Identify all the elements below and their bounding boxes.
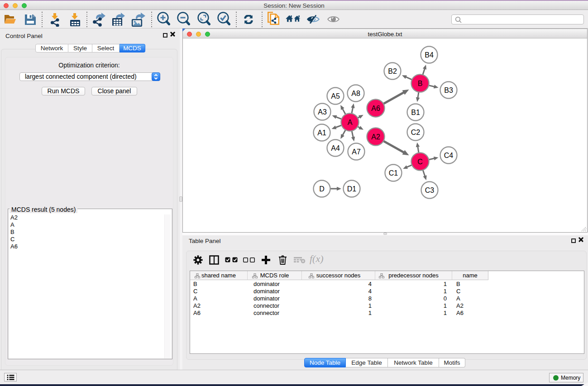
svg-text:A: A: [348, 119, 353, 126]
svg-text:C2: C2: [411, 129, 421, 136]
svg-text:A5: A5: [331, 92, 340, 100]
svg-text:A8: A8: [351, 90, 360, 97]
svg-text:B3: B3: [444, 86, 453, 94]
svg-text:C4: C4: [444, 152, 454, 159]
svg-text:A2: A2: [371, 133, 380, 141]
svg-text:D: D: [319, 185, 325, 193]
svg-text:C: C: [417, 158, 423, 166]
svg-text:D1: D1: [347, 185, 357, 193]
svg-text:B4: B4: [425, 51, 434, 59]
svg-text:B: B: [418, 80, 423, 87]
svg-text:B2: B2: [388, 67, 397, 75]
svg-text:C3: C3: [425, 186, 435, 194]
svg-text:B1: B1: [411, 109, 420, 116]
svg-text:A4: A4: [331, 144, 340, 152]
svg-text:C1: C1: [389, 169, 398, 177]
svg-text:A1: A1: [317, 129, 326, 137]
svg-text:A7: A7: [352, 148, 361, 156]
svg-text:A6: A6: [371, 105, 380, 112]
svg-text:A3: A3: [318, 108, 327, 116]
